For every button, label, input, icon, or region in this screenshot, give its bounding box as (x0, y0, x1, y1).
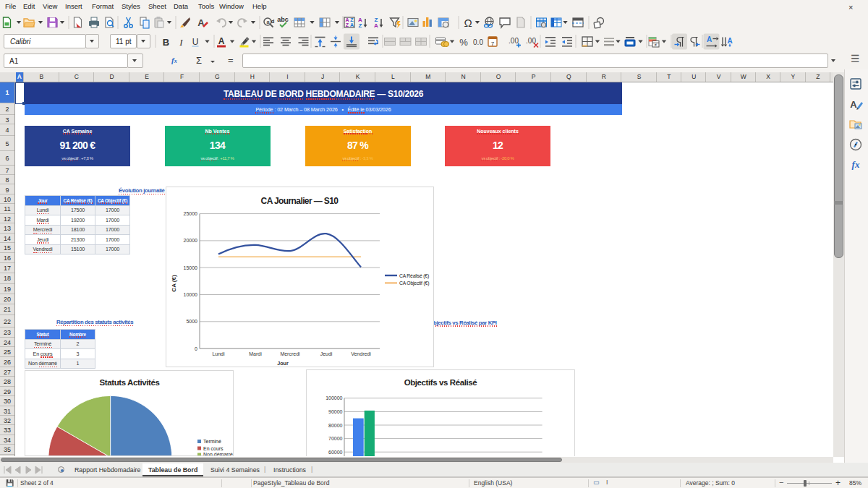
svg-text:CA Journalier — S10: CA Journalier — S10 (261, 196, 339, 206)
svg-text:70000: 70000 (328, 436, 343, 441)
svg-text:15000: 15000 (184, 265, 198, 270)
svg-text:A: A (727, 37, 732, 45)
svg-text:Objectifs vs Réalisé: Objectifs vs Réalisé (404, 377, 477, 386)
svg-text:A: A (374, 22, 378, 29)
svg-text:100000: 100000 (326, 395, 342, 401)
svg-text:Z: Z (350, 17, 354, 22)
svg-text:Statuts Activités: Statuts Activités (100, 378, 160, 387)
svg-text:Mercredi: Mercredi (280, 351, 300, 356)
svg-text:0: 0 (195, 346, 197, 351)
svg-text:A: A (850, 99, 857, 110)
svg-text:Terminé: Terminé (203, 439, 221, 444)
svg-text:Lundi: Lundi (212, 351, 225, 356)
svg-text:CA Objectif (€): CA Objectif (€) (399, 281, 429, 286)
svg-text:I: I (179, 37, 183, 48)
svg-text:Z: Z (359, 22, 362, 29)
svg-text:A: A (218, 36, 225, 46)
svg-text:Jour: Jour (277, 360, 289, 367)
svg-text:d: d (271, 18, 275, 25)
svg-text:fx: fx (852, 159, 860, 170)
svg-text:En cours: En cours (203, 446, 224, 451)
svg-text:Jeudi: Jeudi (320, 351, 333, 356)
svg-text:25000: 25000 (184, 211, 198, 216)
svg-text:Ω: Ω (464, 17, 472, 29)
svg-text:5000: 5000 (186, 319, 197, 324)
svg-text:A: A (350, 22, 354, 27)
svg-text:20000: 20000 (184, 238, 198, 243)
svg-text:60000: 60000 (328, 449, 343, 454)
svg-text:.00: .00 (509, 37, 519, 45)
svg-text:Non démarré: Non démarré (203, 452, 233, 455)
svg-text:%: % (459, 37, 468, 48)
svg-text:0.0: 0.0 (473, 38, 483, 46)
svg-text:A: A (707, 35, 712, 43)
svg-text:CA (€): CA (€) (171, 275, 177, 292)
svg-text:B: B (163, 37, 169, 48)
svg-text:A: A (345, 17, 349, 22)
svg-text:90000: 90000 (328, 409, 343, 414)
svg-text:CA Réalisé (€): CA Réalisé (€) (399, 273, 429, 279)
svg-text:Vendredi: Vendredi (351, 351, 371, 356)
svg-text:Mardi: Mardi (249, 351, 262, 356)
svg-text:10000: 10000 (184, 292, 198, 297)
svg-text:Z: Z (346, 22, 349, 27)
svg-text:7: 7 (491, 40, 495, 47)
svg-text:80000: 80000 (328, 422, 343, 427)
svg-text:abc: abc (277, 16, 289, 23)
svg-text:U: U (192, 37, 199, 47)
